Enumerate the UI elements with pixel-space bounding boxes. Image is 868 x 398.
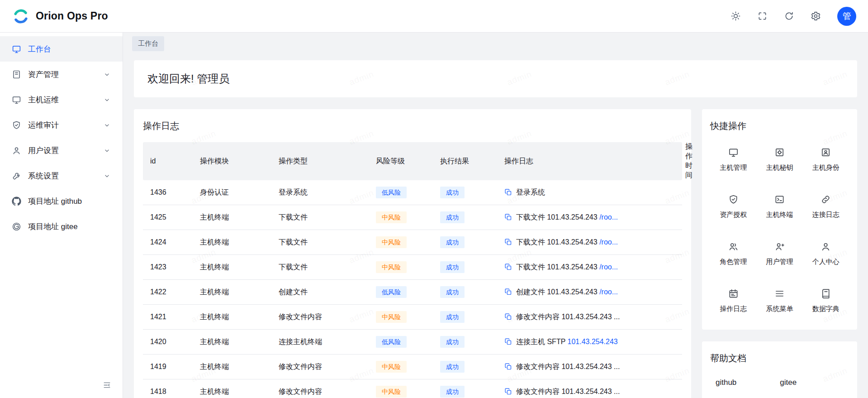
log-link[interactable]: /roo... xyxy=(599,288,618,296)
quick-actions-grid: 主机管理主机秘钥主机身份资产授权主机终端连接日志角色管理用户管理个人中心操作日志… xyxy=(710,136,849,324)
host-icon xyxy=(12,95,21,105)
result-badge: 成功 xyxy=(440,336,465,348)
right-column: 快捷操作 主机管理主机秘钥主机身份资产授权主机终端连接日志角色管理用户管理个人中… xyxy=(702,109,857,398)
quick-action-item[interactable]: 主机身份 xyxy=(803,136,849,183)
sidebar-item[interactable]: 运维审计 xyxy=(0,112,123,138)
cell-time: 2024-02-25 19:22:24 xyxy=(678,280,682,305)
risk-badge: 中风险 xyxy=(376,211,407,224)
sidebar-item[interactable]: 系统设置 xyxy=(0,163,123,188)
cell-log: 下载文件 101.43.254.243 /roo... xyxy=(497,205,678,230)
quick-action-label: 个人中心 xyxy=(812,258,840,266)
link-icon xyxy=(821,194,831,205)
column-header: id xyxy=(143,142,193,180)
help-link-github[interactable]: github xyxy=(716,378,736,387)
sun-icon[interactable] xyxy=(730,11,741,21)
cell-id: 1421 xyxy=(143,305,193,330)
cell-log: 修改文件内容 101.43.254.243 ... xyxy=(497,355,678,379)
cell-id: 1422 xyxy=(143,280,193,305)
quick-action-item[interactable]: 用户管理 xyxy=(756,230,802,277)
log-text: 登录系统 xyxy=(516,188,545,196)
quick-action-label: 角色管理 xyxy=(720,258,747,266)
log-table-body: 1436身份认证登录系统低风险成功登录系统2024-02-27 12:28:59… xyxy=(143,180,682,398)
log-link[interactable]: /roo... xyxy=(599,263,618,271)
quick-action-item[interactable]: 操作日志 xyxy=(710,277,756,324)
quick-action-item[interactable]: 数据字典 xyxy=(803,277,849,324)
help-links: githubgitee xyxy=(710,378,849,387)
copy-icon[interactable] xyxy=(504,288,512,296)
menu-fold-icon xyxy=(103,381,111,389)
copy-icon[interactable] xyxy=(504,238,512,246)
chevron-down-icon xyxy=(103,121,111,129)
copy-icon[interactable] xyxy=(504,338,512,345)
quick-action-item[interactable]: 主机终端 xyxy=(756,183,802,230)
welcome-card: 欢迎回来! 管理员 xyxy=(134,60,857,97)
cell-module: 主机终端 xyxy=(193,305,271,330)
tab-bar: 工作台 xyxy=(123,33,868,54)
log-text: 修改文件内容 101.43.254.243 ... xyxy=(516,363,620,370)
log-link[interactable]: /roo... xyxy=(599,238,618,246)
refresh-icon[interactable] xyxy=(784,11,794,21)
copy-icon[interactable] xyxy=(504,263,512,271)
id-badge-icon xyxy=(821,147,831,158)
cell-module: 主机终端 xyxy=(193,255,271,280)
sidebar-item-label: 资产管理 xyxy=(28,69,96,80)
quick-action-item[interactable]: 个人中心 xyxy=(803,230,849,277)
result-badge: 成功 xyxy=(440,187,465,199)
log-text: 下载文件 101.43.254.243 xyxy=(516,213,598,221)
risk-badge: 低风险 xyxy=(376,336,407,348)
log-link[interactable]: 101.43.254.243 xyxy=(568,338,618,345)
sidebar-item-label: 运维审计 xyxy=(28,120,96,130)
user-icon xyxy=(821,241,831,252)
cell-log: 下载文件 101.43.254.243 /roo... xyxy=(497,230,678,255)
log-text: 修改文件内容 101.43.254.243 ... xyxy=(516,388,620,395)
quick-actions-title: 快捷操作 xyxy=(710,120,849,132)
sidebar-item[interactable]: 主机运维 xyxy=(0,87,123,112)
quick-action-item[interactable]: 角色管理 xyxy=(710,230,756,277)
quick-action-item[interactable]: 系统菜单 xyxy=(756,277,802,324)
cell-log: 连接主机 SFTP 101.43.254.243 xyxy=(497,330,678,355)
copy-icon[interactable] xyxy=(504,188,512,196)
sidebar-item[interactable]: 项目地址 github xyxy=(0,188,123,214)
table-row: 1436身份认证登录系统低风险成功登录系统2024-02-27 12:28:59 xyxy=(143,180,682,205)
quick-action-item[interactable]: 资产授权 xyxy=(710,183,756,230)
app-title: Orion Ops Pro xyxy=(36,10,108,22)
log-link[interactable]: /roo... xyxy=(599,213,618,221)
result-badge: 成功 xyxy=(440,361,465,373)
quick-action-item[interactable]: 主机秘钥 xyxy=(756,136,802,183)
cell-log: 下载文件 101.43.254.243 /roo... xyxy=(497,255,678,280)
copy-icon[interactable] xyxy=(504,313,512,321)
quick-actions-card: 快捷操作 主机管理主机秘钥主机身份资产授权主机终端连接日志角色管理用户管理个人中… xyxy=(702,109,857,330)
collapse-sidebar-button[interactable] xyxy=(100,378,114,392)
risk-badge: 中风险 xyxy=(376,236,407,249)
quick-action-item[interactable]: 连接日志 xyxy=(803,183,849,230)
column-header: 操作类型 xyxy=(271,142,369,180)
result-badge: 成功 xyxy=(440,211,465,224)
quick-action-item[interactable]: 主机管理 xyxy=(710,136,756,183)
sidebar-item[interactable]: 用户设置 xyxy=(0,138,123,163)
help-link-gitee[interactable]: gitee xyxy=(780,378,797,387)
user-avatar[interactable]: 管 xyxy=(837,7,856,26)
cell-type: 下载文件 xyxy=(271,230,369,255)
ledger-icon xyxy=(12,70,21,79)
header-right: 管 xyxy=(730,7,856,26)
quick-action-label: 主机终端 xyxy=(766,211,793,219)
copy-icon[interactable] xyxy=(504,388,512,395)
help-docs-card: 帮助文档 githubgitee xyxy=(702,341,857,398)
gear-icon[interactable] xyxy=(811,11,821,21)
fullscreen-icon[interactable] xyxy=(757,11,768,21)
sidebar-item[interactable]: 工作台 xyxy=(0,36,123,62)
risk-badge: 中风险 xyxy=(376,311,407,323)
copy-icon[interactable] xyxy=(504,213,512,221)
table-row: 1422主机终端创建文件低风险成功创建文件 101.43.254.243 /ro… xyxy=(143,280,682,305)
copy-icon[interactable] xyxy=(504,363,512,370)
sidebar-item[interactable]: 项目地址 gitee xyxy=(0,214,123,239)
tab-workbench[interactable]: 工作台 xyxy=(132,36,164,51)
table-row: 1424主机终端下载文件中风险成功下载文件 101.43.254.243 /ro… xyxy=(143,230,682,255)
cell-log: 登录系统 xyxy=(497,180,678,205)
cell-id: 1424 xyxy=(143,230,193,255)
table-row: 1419主机终端修改文件内容中风险成功修改文件内容 101.43.254.243… xyxy=(143,355,682,379)
risk-badge: 低风险 xyxy=(376,286,407,298)
cell-module: 主机终端 xyxy=(193,230,271,255)
app-header: Orion Ops Pro 管 xyxy=(0,0,868,33)
sidebar-item[interactable]: 资产管理 xyxy=(0,62,123,87)
